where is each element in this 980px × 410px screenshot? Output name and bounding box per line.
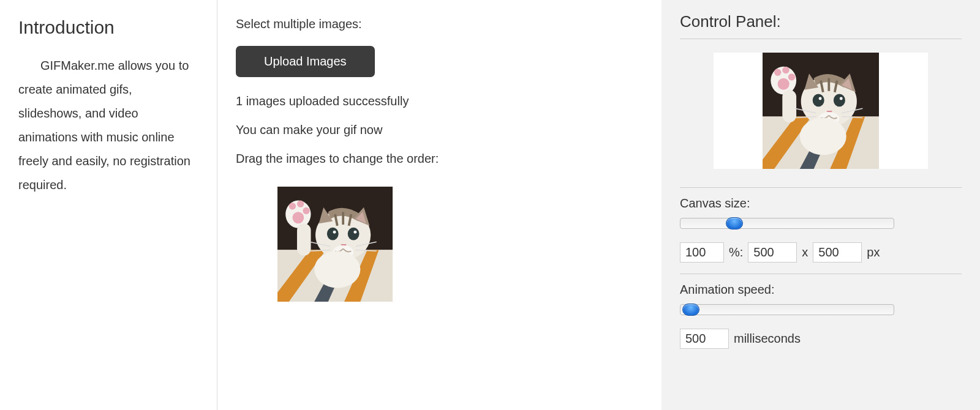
percent-label: %: [729,245,743,259]
intro-body: GIFMaker.me allows you to create animate… [18,54,198,197]
gif-preview-canvas [714,53,928,169]
control-panel-title: Control Panel: [680,12,962,31]
ms-label: milliseconds [734,332,801,346]
animation-speed-section: Animation speed: milliseconds [680,274,962,360]
select-images-label: Select multiple images: [236,17,643,31]
intro-title: Introduction [18,17,198,38]
make-gif-status: You can make your gif now [236,123,643,137]
slider-knob[interactable] [682,304,699,316]
preview-image [763,53,879,169]
canvas-percent-input[interactable] [680,242,724,263]
upload-status: 1 images uploaded successfully [236,94,643,108]
uploaded-image-thumbnail[interactable] [277,187,393,302]
cat-image-icon [277,187,393,302]
canvas-size-label: Canvas size: [680,196,962,211]
preview-section [680,39,962,187]
animation-speed-label: Animation speed: [680,283,962,297]
px-label: px [867,245,880,259]
upload-images-button[interactable]: Upload Images [236,46,375,77]
image-thumbnails-area [236,187,643,302]
slider-knob[interactable] [726,217,743,229]
animation-speed-slider[interactable] [680,304,894,315]
cat-image-icon [763,53,879,169]
control-panel: Control Panel: Canvas size: %: x px Anim… [662,0,980,410]
x-label: x [802,245,808,259]
intro-column: Introduction GIFMaker.me allows you to c… [0,0,217,410]
animation-speed-input[interactable] [680,329,729,349]
canvas-width-input[interactable] [748,242,797,263]
drag-order-hint: Drag the images to change the order: [236,152,643,166]
canvas-height-input[interactable] [813,242,862,263]
main-column: Select multiple images: Upload Images 1 … [217,0,662,410]
canvas-size-slider[interactable] [680,218,894,229]
canvas-size-section: Canvas size: %: x px [680,187,962,274]
